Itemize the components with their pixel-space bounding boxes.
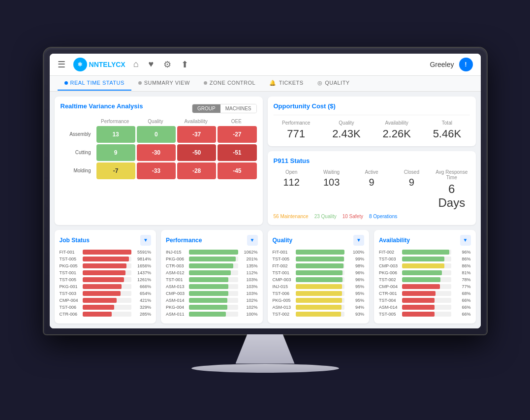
list-item-bar-container (402, 257, 451, 261)
tab-real-time-status[interactable]: REAL TIME STATUS (58, 76, 131, 91)
quality-title: Quality (273, 237, 293, 244)
monitor-stand-base (191, 364, 339, 373)
user-name: Greeley (430, 61, 454, 68)
list-item-bar (189, 291, 228, 296)
job-status-title: Job Status (60, 237, 90, 244)
list-item: ASM-01466% (379, 305, 471, 310)
list-item-bar-container (296, 298, 345, 303)
list-item-bar (83, 312, 112, 317)
list-item-value: 666% (134, 284, 151, 289)
list-item-bar-container (402, 270, 451, 275)
variance-row-assembly: Assembly 13 0 -37 -27 (61, 126, 257, 143)
monitor-stand-neck (236, 334, 295, 364)
list-item: CMP-004421% (60, 298, 152, 303)
list-item-bar (189, 312, 226, 317)
list-item-label: TST-004 (379, 298, 400, 303)
list-item-bar (296, 270, 343, 275)
user-badge[interactable]: ! (459, 58, 473, 71)
list-item-value: 5591% (134, 250, 151, 255)
opportunity-cost-card: Opportunity Cost ($) Performance 771 Qua… (268, 97, 476, 146)
list-item-value: 66% (454, 305, 471, 310)
list-item-bar (402, 312, 435, 317)
list-item-bar (402, 257, 444, 261)
cell-molding-oee: -45 (218, 162, 256, 179)
list-item: FIT-001100% (273, 250, 365, 255)
upload-icon[interactable]: ⬆ (181, 59, 188, 70)
list-item-value: 93% (347, 312, 364, 317)
list-item-value: 201% (241, 257, 258, 261)
tab-tickets[interactable]: 🔔 TICKETS (262, 76, 310, 91)
list-item-label: TST-001 (166, 277, 187, 282)
list-item-label: PKG-005 (273, 298, 293, 303)
list-item-label: CMP-004 (60, 298, 80, 303)
list-item-bar (189, 257, 236, 261)
list-item-bar (296, 291, 343, 296)
performance-dropdown-btn[interactable]: ▼ (247, 235, 258, 246)
list-item-label: TST-006 (273, 291, 293, 296)
tab-quality[interactable]: ◎ QUALITY (311, 76, 357, 91)
job-status-dropdown-btn[interactable]: ▼ (140, 235, 151, 246)
list-item-label: TST-005 (379, 312, 400, 317)
toggle-group-btn[interactable]: GROUP (192, 104, 220, 113)
list-item-label: CTR-006 (60, 312, 80, 317)
quality-dropdown-btn[interactable]: ▼ (353, 235, 364, 246)
job-status-list: FIT-0015591%TST-0059814%PKG-0051656%TST-… (60, 250, 152, 317)
list-item-value: 135% (241, 263, 258, 268)
list-item: PKG-00595% (273, 298, 365, 303)
quality-card: Quality ▼ FIT-001100%TST-00599%FIT-00298… (268, 230, 370, 323)
tab-zone-control[interactable]: ZONE CONTROL (197, 76, 262, 91)
list-item-bar (83, 284, 122, 289)
settings-icon[interactable]: ⚙ (163, 59, 171, 70)
list-item-label: ASM-014 (166, 298, 187, 303)
app-nav: REAL TIME STATUS SUMMARY VIEW ZONE CONTR… (50, 76, 481, 92)
list-item-value: 95% (347, 291, 364, 296)
cell-cutting-performance: 9 (96, 144, 135, 161)
list-item-value: 1062% (241, 250, 258, 255)
list-item-bar (402, 263, 444, 268)
favorites-icon[interactable]: ♥ (149, 59, 154, 69)
hamburger-menu-icon[interactable]: ☰ (58, 59, 65, 70)
list-item-label: TST-002 (379, 277, 400, 282)
availability-dropdown-btn[interactable]: ▼ (460, 235, 471, 246)
list-item: INJ-0151062% (166, 250, 258, 255)
list-item: TST-006329% (60, 305, 152, 310)
list-item-value: 68% (454, 291, 471, 296)
list-item: TST-00196% (273, 270, 365, 275)
cell-cutting-quality: -30 (137, 144, 176, 161)
list-item: PKG-0051656% (60, 263, 152, 268)
variance-table-header: Performance Quality Availability OEE (61, 119, 257, 124)
opp-metric-total: Total 5.46K (424, 120, 469, 140)
opp-metric-performance: Performance 771 (274, 120, 319, 140)
list-item-bar (189, 270, 231, 275)
list-item-value: 103% (241, 291, 258, 296)
performance-list: INJ-0151062%PKG-006201%CTR-003135%ASM-01… (166, 250, 258, 317)
list-item-value: 1437% (134, 270, 151, 275)
list-item-bar (189, 305, 227, 310)
list-item-bar-container (83, 277, 132, 282)
list-item: TST-00566% (379, 312, 471, 317)
list-item-value: 100% (347, 250, 364, 255)
list-item-bar (189, 263, 233, 268)
list-item-value: 98% (347, 263, 364, 268)
logo-text: NNTELYCX (89, 61, 125, 68)
header-left: ☰ ⚛ NNTELYCX ⌂ ♥ ⚙ ⬆ (58, 58, 189, 71)
list-item: TST-00386% (379, 257, 471, 261)
list-item-value: 66% (454, 298, 471, 303)
list-item-label: PKG-004 (166, 305, 187, 310)
list-item-bar-container (402, 312, 451, 317)
list-item-bar-container (402, 250, 451, 255)
toggle-machines-btn[interactable]: MACHINES (220, 104, 256, 113)
list-item: TST-00293% (273, 312, 365, 317)
list-item-bar (83, 277, 125, 282)
list-item: TST-0059814% (60, 257, 152, 261)
list-item-value: 285% (134, 312, 151, 317)
tab-summary-view[interactable]: SUMMARY VIEW (131, 76, 197, 91)
home-icon[interactable]: ⌂ (133, 59, 139, 69)
variance-table: Performance Quality Availability OEE Ass… (61, 119, 257, 179)
list-item-label: TST-003 (60, 291, 80, 296)
list-item: PKG-006201% (166, 257, 258, 261)
performance-card: Performance ▼ INJ-0151062%PKG-006201%CTR… (161, 230, 263, 323)
list-item: INJ-01595% (273, 284, 365, 289)
list-item-value: 103% (241, 277, 258, 282)
list-item: CTR-003135% (166, 263, 258, 268)
